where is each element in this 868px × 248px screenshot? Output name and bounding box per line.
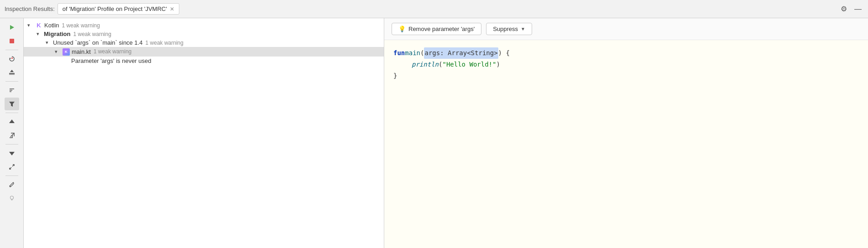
svg-marker-11 — [9, 119, 15, 123]
down-arrow-icon — [9, 150, 15, 156]
expand-button[interactable] — [5, 160, 19, 173]
migration-label: Migration — [44, 31, 71, 37]
toolbar-separator-2 — [5, 81, 18, 82]
kotlin-label: Kotlin — [44, 22, 59, 29]
export-button[interactable] — [5, 66, 19, 79]
fix-label: Remove parameter 'args' — [408, 26, 475, 32]
code-line-2: println ( "Hello World!" ) — [393, 59, 859, 70]
filter-icon — [9, 101, 15, 107]
main-kt-badge: 1 weak warning — [94, 48, 131, 55]
tab-title: of 'Migration' Profile on Project 'JVMRC… — [63, 5, 167, 12]
filter-button[interactable] — [5, 98, 19, 110]
mainkt-expand-arrow[interactable]: ▾ — [55, 49, 62, 55]
suppress-dropdown-arrow: ▼ — [521, 26, 525, 31]
tree-item-main-kt[interactable]: ▾ K main.kt 1 weak warning — [24, 47, 384, 57]
svg-rect-5 — [9, 74, 15, 75]
kotlin-badge: 1 weak warning — [62, 22, 100, 29]
tree-item-param-detail[interactable]: Parameter 'args' is never used — [24, 57, 384, 65]
suppress-button[interactable]: Suppress ▼ — [486, 23, 532, 35]
header-bar: Inspection Results: of 'Migration' Profi… — [0, 0, 868, 18]
closing-brace: } — [393, 70, 397, 82]
content-area: ▾ K Kotlin 1 weak warning ▾ Migration 1 … — [0, 18, 868, 248]
param-detail-label: Parameter 'args' is never used — [71, 57, 152, 64]
unused-args-badge: 1 weak warning — [146, 40, 183, 46]
param-args: args: Array<String> — [424, 47, 498, 59]
bulb-icon — [9, 195, 15, 202]
up-arrow-icon — [9, 119, 15, 125]
suppress-label: Suppress — [493, 26, 518, 32]
toolbar-separator-3 — [5, 113, 18, 113]
svg-rect-1 — [10, 39, 14, 43]
right-panel: 💡 Remove parameter 'args' Suppress ▼ fun… — [384, 18, 868, 248]
action-bar: 💡 Remove parameter 'args' Suppress ▼ — [384, 18, 868, 40]
header-actions: ⚙ — — [839, 4, 863, 14]
unused-expand-arrow[interactable]: ▾ — [46, 40, 53, 46]
svg-point-17 — [10, 196, 13, 199]
jump-to-source-button[interactable] — [5, 129, 19, 142]
svg-marker-0 — [10, 25, 14, 30]
code-panel: fun main ( args: Array<String> ) { print… — [384, 40, 868, 248]
run-button[interactable] — [5, 21, 19, 34]
minimize-button[interactable]: — — [852, 4, 863, 14]
fix-button[interactable]: 💡 Remove parameter 'args' — [392, 23, 481, 35]
svg-marker-6 — [10, 70, 14, 72]
paren-open: ( — [420, 47, 424, 59]
kotlin-file-icon: K — [62, 48, 70, 56]
unused-args-label: Unused `args` on `main` since 1.4 — [53, 39, 143, 46]
toolbar-separator-1 — [5, 50, 18, 50]
up-button[interactable] — [5, 115, 19, 128]
keyword-fun: fun — [393, 47, 405, 59]
collapse-all-button[interactable] — [5, 84, 19, 97]
jump-icon — [9, 132, 15, 139]
tree-item-kotlin[interactable]: ▾ K Kotlin 1 weak warning — [24, 21, 384, 30]
paren-close: ) { — [498, 47, 510, 59]
svg-rect-19 — [11, 200, 12, 201]
migration-badge: 1 weak warning — [73, 31, 111, 37]
rerun-button[interactable] — [5, 52, 19, 65]
tree-item-unused-args[interactable]: ▾ Unused `args` on `main` since 1.4 1 we… — [24, 38, 384, 47]
settings-gear-button[interactable]: ⚙ — [839, 4, 849, 14]
svg-point-16 — [10, 186, 10, 187]
println-close: ) — [496, 59, 500, 70]
bulb-button[interactable] — [5, 192, 19, 205]
down-button[interactable] — [5, 147, 19, 160]
expand-icon — [9, 164, 15, 170]
stop-icon — [9, 38, 15, 44]
rerun-icon — [9, 56, 15, 62]
kotlin-icon: K — [35, 22, 43, 29]
code-line-1: fun main ( args: Array<String> ) { — [393, 47, 859, 59]
function-main: main — [405, 47, 420, 59]
export-icon — [9, 69, 15, 76]
svg-marker-13 — [9, 152, 15, 155]
wrench-icon — [9, 181, 15, 188]
main-container: Inspection Results: of 'Migration' Profi… — [0, 0, 868, 248]
fix-bulb-icon: 💡 — [398, 26, 406, 32]
code-line-3: } — [393, 70, 859, 82]
println-paren: ( — [439, 59, 442, 70]
kt-file-badge: K — [63, 48, 70, 56]
svg-rect-3 — [11, 57, 13, 59]
svg-rect-18 — [11, 199, 13, 200]
collapse-icon — [9, 87, 15, 93]
main-kt-label: main.kt — [72, 48, 91, 55]
tree-panel[interactable]: ▾ K Kotlin 1 weak warning ▾ Migration 1 … — [24, 18, 384, 248]
inspection-results-label: Inspection Results: — [5, 5, 55, 12]
svg-rect-4 — [9, 73, 15, 74]
run-icon — [9, 24, 15, 31]
migration-expand-arrow[interactable]: ▾ — [37, 31, 44, 37]
function-println: println — [412, 59, 439, 70]
string-hello: "Hello World!" — [442, 59, 496, 70]
svg-marker-10 — [9, 102, 15, 107]
left-toolbar — [0, 18, 24, 248]
close-tab-icon[interactable]: ✕ — [170, 6, 174, 12]
tree-item-migration[interactable]: ▾ Migration 1 weak warning — [24, 30, 384, 38]
toolbar-separator-4 — [5, 144, 18, 145]
wrench-button[interactable] — [5, 178, 19, 191]
toolbar-separator-5 — [5, 176, 18, 176]
stop-button[interactable] — [5, 35, 19, 47]
kotlin-expand-arrow[interactable]: ▾ — [27, 22, 35, 28]
inspection-tab[interactable]: of 'Migration' Profile on Project 'JVMRC… — [58, 3, 179, 15]
